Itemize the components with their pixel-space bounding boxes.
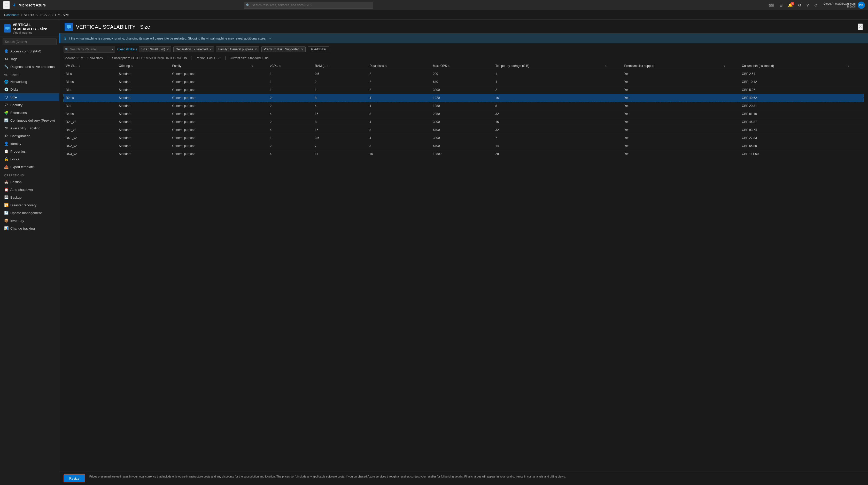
col-premium-disk[interactable]: Premium disk support	[622, 62, 720, 70]
settings-btn[interactable]: ⚙	[797, 2, 803, 8]
help-btn[interactable]: ?	[805, 2, 810, 8]
table-row[interactable]: B4ms Standard General purpose 4 16 8 288…	[64, 110, 864, 118]
tags-icon: 🏷	[4, 57, 8, 61]
hamburger-menu[interactable]: ☰	[3, 1, 10, 9]
cell-offering: Standard	[117, 70, 170, 78]
filter-chip-premium-remove[interactable]: ✕	[301, 48, 303, 51]
filter-chip-gen-remove[interactable]: ✕	[209, 48, 212, 51]
global-search[interactable]: 🔍	[244, 2, 373, 8]
cell-cost: GBP 111.60	[740, 150, 844, 158]
portal-btn[interactable]: ⊞	[778, 2, 784, 8]
add-filter-button[interactable]: ⊕ Add filter	[308, 46, 329, 52]
resize-button[interactable]: Resize	[64, 475, 85, 482]
vm-size-table-container[interactable]: VM Si... ↑↓ Offering ↑↓ Family ↑↓ vCP...…	[59, 62, 868, 472]
sidebar-item-backup[interactable]: 💾 Backup	[0, 193, 59, 201]
clear-all-filters-link[interactable]: Clear all filters	[117, 47, 137, 51]
table-row[interactable]: B2ms Standard General purpose 2 8 4 1920…	[64, 94, 864, 102]
table-row[interactable]: D2s_v3 Standard General purpose 2 8 4 32…	[64, 118, 864, 126]
table-row[interactable]: B2s Standard General purpose 2 4 4 1280 …	[64, 102, 864, 110]
col-offering[interactable]: Offering ↑↓	[117, 62, 170, 70]
sidebar-label-configuration: Configuration	[10, 134, 30, 138]
filter-chip-family-remove[interactable]: ✕	[255, 48, 257, 51]
table-row[interactable]: D4s_v3 Standard General purpose 4 16 8 6…	[64, 126, 864, 134]
col-arrow3[interactable]: ↑↓	[720, 62, 740, 70]
feedback-btn[interactable]: ☺	[812, 2, 819, 8]
col-arrow2[interactable]: ↑↓	[603, 62, 622, 70]
filter-search-clear[interactable]: ✕	[111, 48, 114, 51]
pricing-note: Prices presented are estimates in your l…	[89, 475, 566, 479]
sidebar-label-size: Size	[10, 95, 17, 99]
export-template-icon: 📤	[4, 165, 8, 169]
col-arrow4[interactable]: ↑↓	[844, 62, 864, 70]
continuous-delivery-icon: 🔄	[4, 118, 8, 122]
col-family[interactable]: Family	[170, 62, 249, 70]
security-icon: 🛡	[4, 103, 8, 107]
info-banner-link[interactable]: →	[269, 37, 272, 40]
sidebar-item-disks[interactable]: 💿 Disks	[0, 86, 59, 93]
vm-size-search-input[interactable]	[64, 46, 115, 53]
sidebar-item-security[interactable]: 🛡 Security	[0, 101, 59, 109]
sidebar-item-size[interactable]: ⬡ Size	[0, 93, 59, 101]
col-data-disks[interactable]: Data disks ↑↓	[367, 62, 431, 70]
table-row[interactable]: B1ls Standard General purpose 1 0.5 2 20…	[64, 70, 864, 78]
table-row[interactable]: DS3_v2 Standard General purpose 4 14 16 …	[64, 150, 864, 158]
add-filter-icon: ⊕	[311, 47, 313, 51]
col-vcpu[interactable]: vCP... ↑↓	[268, 62, 313, 70]
sidebar-item-identity[interactable]: 👤 Identity	[0, 140, 59, 148]
cell-ram: 2	[313, 78, 367, 86]
notifications-btn[interactable]: 🔔 1	[786, 2, 795, 8]
sidebar-item-locks[interactable]: 🔒 Locks	[0, 155, 59, 163]
notification-badge: 1	[791, 2, 795, 5]
cell-vcpu: 2	[268, 94, 313, 102]
sidebar-item-configuration[interactable]: ⚙ Configuration	[0, 132, 59, 140]
table-row[interactable]: B1ms Standard General purpose 1 2 2 640 …	[64, 78, 864, 86]
filter-search-container[interactable]: 🔍 ✕	[64, 46, 115, 53]
sidebar-label-continuous-delivery: Continuous delivery (Preview)	[10, 119, 55, 122]
cell-empty3	[720, 102, 740, 110]
cell-vcpu: 2	[268, 118, 313, 126]
col-vm-size[interactable]: VM Si... ↑↓	[64, 62, 117, 70]
cell-family: General purpose	[170, 94, 249, 102]
sidebar-item-availability[interactable]: ⚖ Availability + scaling	[0, 124, 59, 132]
cell-cost: GBP 27.83	[740, 134, 844, 142]
sidebar-item-continuous-delivery[interactable]: 🔄 Continuous delivery (Preview)	[0, 117, 59, 124]
sidebar-item-iam[interactable]: 👤 Access control (IAM)	[0, 47, 59, 55]
sidebar-item-change-tracking[interactable]: 📊 Change tracking	[0, 224, 59, 232]
sidebar-search-container[interactable]	[0, 36, 59, 47]
col-cost[interactable]: Cost/month (estimated)	[740, 62, 844, 70]
cell-ram: 16	[313, 126, 367, 134]
sidebar-item-networking[interactable]: 🌐 Networking	[0, 78, 59, 86]
sidebar-search-input[interactable]	[3, 38, 57, 45]
table-row[interactable]: DS1_v2 Standard General purpose 1 3.5 4 …	[64, 134, 864, 142]
sidebar-item-auto-shutdown[interactable]: ⏰ Auto-shutdown	[0, 186, 59, 193]
avatar[interactable]: DP	[858, 2, 865, 9]
cell-max-iops: 3200	[431, 118, 493, 126]
cell-vcpu: 4	[268, 110, 313, 118]
col-temp-storage[interactable]: Temporary storage (GiB)	[493, 62, 603, 70]
breadcrumb-home[interactable]: Dashboard	[4, 13, 20, 17]
sidebar-item-tags[interactable]: 🏷 Tags	[0, 55, 59, 63]
table-row[interactable]: B1s Standard General purpose 1 1 2 3200 …	[64, 86, 864, 94]
close-button[interactable]: ✕	[858, 24, 863, 30]
sidebar-item-diagnose[interactable]: 🔧 Diagnose and solve problems	[0, 63, 59, 70]
sidebar-item-export-template[interactable]: 📤 Export template	[0, 163, 59, 171]
cell-max-iops: 3200	[431, 134, 493, 142]
cell-empty2	[603, 142, 622, 150]
sidebar-item-extensions[interactable]: 🧩 Extensions	[0, 109, 59, 117]
cell-data-disks: 4	[367, 134, 431, 142]
col-max-iops[interactable]: Max IOPS ↑↓	[431, 62, 493, 70]
cell-offering: Standard	[117, 78, 170, 86]
search-input[interactable]	[244, 2, 373, 8]
sidebar-item-inventory[interactable]: 📦 Inventory	[0, 217, 59, 224]
cloud-shell-btn[interactable]: ⌨	[767, 2, 776, 8]
table-row[interactable]: DS2_v2 Standard General purpose 2 7 8 64…	[64, 142, 864, 150]
cell-family: General purpose	[170, 70, 249, 78]
col-arrow[interactable]: ↑↓	[249, 62, 268, 70]
col-ram[interactable]: RAM (... ↑↓	[313, 62, 367, 70]
sidebar-item-update-management[interactable]: 🔄 Update management	[0, 209, 59, 217]
filter-chip-size-remove[interactable]: ✕	[167, 48, 169, 51]
sidebar-item-disaster-recovery[interactable]: 🔁 Disaster recovery	[0, 201, 59, 209]
sidebar-item-properties[interactable]: 📋 Properties	[0, 148, 59, 155]
sidebar-item-bastion[interactable]: 🏰 Bastion	[0, 178, 59, 186]
sidebar-vm-info: VERTICAL-SCALABILITY - Size Virtual mach…	[13, 23, 55, 34]
